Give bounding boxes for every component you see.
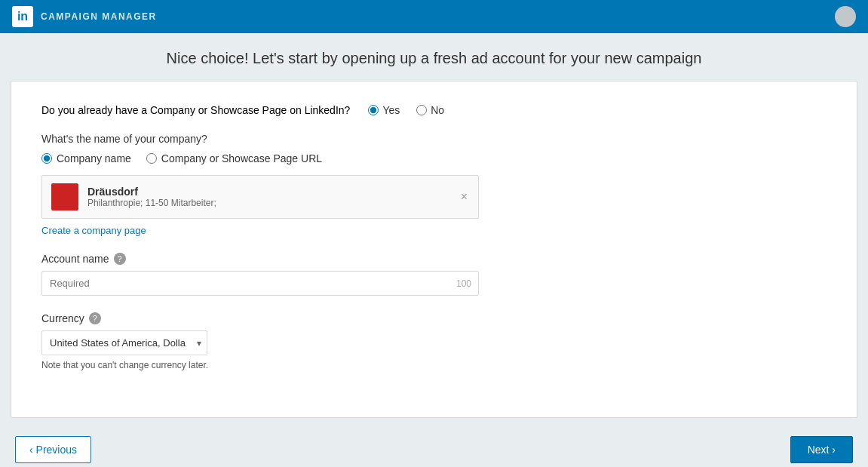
no-label: No: [431, 104, 444, 116]
company-meta: Philanthropie; 11-50 Mitarbeiter;: [87, 198, 469, 208]
yes-no-radio-group[interactable]: Yes No: [368, 104, 444, 116]
company-name-radio-label[interactable]: Company name: [41, 152, 131, 164]
header: in CAMPAIGN MANAGER: [0, 0, 868, 33]
next-button[interactable]: Next ›: [790, 436, 853, 463]
company-close-button[interactable]: ×: [458, 189, 471, 204]
account-name-help-icon[interactable]: ?: [114, 253, 126, 265]
account-name-section: Account name ? 100: [41, 253, 827, 296]
url-radio[interactable]: [146, 153, 157, 164]
yes-radio[interactable]: [368, 105, 379, 115]
currency-select[interactable]: United States of America, Dollar (USD) E…: [41, 330, 207, 355]
account-name-label: Account name ?: [41, 253, 827, 265]
account-name-input[interactable]: [41, 271, 479, 296]
bottom-nav: ‹ Previous Next ›: [0, 424, 868, 467]
content-card: Do you already have a Company or Showcas…: [11, 81, 857, 418]
yes-radio-label[interactable]: Yes: [368, 104, 400, 116]
yes-label: Yes: [382, 104, 400, 116]
url-radio-label[interactable]: Company or Showcase Page URL: [146, 152, 322, 164]
company-name: Dräusdorf: [87, 186, 469, 198]
no-radio-label[interactable]: No: [416, 104, 444, 116]
currency-help-icon[interactable]: ?: [89, 312, 101, 324]
currency-select-wrap: United States of America, Dollar (USD) E…: [41, 330, 207, 355]
company-name-question: What's the name of your company?: [41, 133, 827, 145]
currency-section: Currency ? United States of America, Dol…: [41, 312, 827, 370]
company-page-question-row: Do you already have a Company or Showcas…: [41, 104, 827, 116]
char-count: 100: [456, 278, 471, 289]
company-card: Dräusdorf Philanthropie; 11-50 Mitarbeit…: [41, 175, 479, 219]
company-name-radio-text: Company name: [57, 152, 131, 164]
url-radio-text: Company or Showcase Page URL: [161, 152, 322, 164]
company-logo: [51, 183, 78, 210]
header-left: in CAMPAIGN MANAGER: [12, 6, 157, 27]
page-subtitle: Nice choice! Let's start by opening up a…: [0, 33, 868, 81]
no-radio[interactable]: [416, 105, 427, 115]
company-info: Dräusdorf Philanthropie; 11-50 Mitarbeit…: [87, 186, 469, 208]
linkedin-logo-icon: in: [12, 6, 33, 27]
create-company-page-link[interactable]: Create a company page: [41, 225, 146, 236]
account-name-input-wrap: 100: [41, 271, 479, 296]
company-name-tab-group[interactable]: Company name Company or Showcase Page UR…: [41, 152, 827, 164]
currency-note: Note that you can't change currency late…: [41, 360, 827, 370]
company-page-section: Do you already have a Company or Showcas…: [41, 104, 827, 116]
avatar[interactable]: [835, 6, 856, 27]
company-name-radio[interactable]: [41, 153, 52, 164]
company-name-section: What's the name of your company? Company…: [41, 133, 827, 236]
app-title: CAMPAIGN MANAGER: [41, 11, 157, 22]
currency-label: Currency ?: [41, 312, 827, 324]
previous-button[interactable]: ‹ Previous: [15, 436, 91, 463]
company-page-question: Do you already have a Company or Showcas…: [41, 104, 350, 116]
